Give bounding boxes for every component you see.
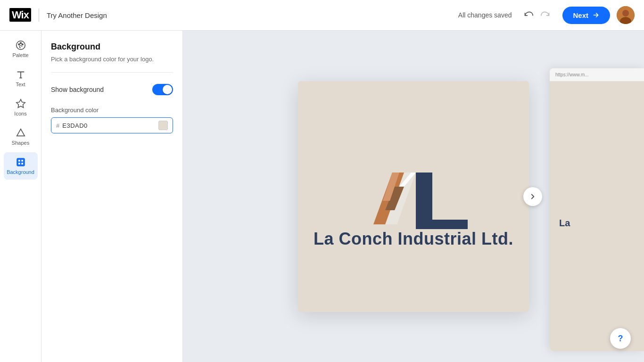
sidebar-item-background[interactable]: Background bbox=[4, 152, 38, 180]
background-icon bbox=[16, 157, 26, 167]
header-divider bbox=[39, 8, 39, 22]
sidebar-item-icons[interactable]: Icons bbox=[4, 94, 38, 121]
browser-url: https://www.m... bbox=[550, 68, 644, 82]
undo-button[interactable] bbox=[521, 8, 536, 23]
canvas-area: La Conch Industrial Ltd. https://www.m..… bbox=[183, 31, 644, 362]
panel-subtitle: Pick a background color for your logo. bbox=[51, 56, 173, 63]
logo-svg bbox=[343, 144, 489, 229]
svg-marker-7 bbox=[16, 99, 25, 107]
svg-point-5 bbox=[20, 42, 21, 44]
logo-graphic bbox=[343, 144, 484, 229]
wix-logo: Wix bbox=[9, 9, 31, 21]
try-another-design[interactable]: Try Another Design bbox=[47, 11, 107, 19]
palette-icon bbox=[16, 40, 26, 50]
color-section: Background color # E3DAD0 bbox=[51, 107, 173, 133]
icons-icon bbox=[16, 99, 26, 109]
svg-rect-10 bbox=[18, 160, 20, 162]
avatar[interactable] bbox=[617, 6, 635, 24]
next-button[interactable]: Next bbox=[562, 7, 610, 24]
palette-label: Palette bbox=[12, 52, 28, 58]
toggle-knob bbox=[163, 85, 172, 94]
main-content: Palette Text Icons Shapes bbox=[0, 31, 644, 362]
help-label: ? bbox=[618, 334, 623, 344]
show-background-toggle[interactable] bbox=[152, 84, 173, 95]
show-background-row: Show background bbox=[51, 84, 173, 95]
icon-sidebar: Palette Text Icons Shapes bbox=[0, 31, 41, 362]
right-preview: https://www.m... La bbox=[550, 68, 644, 351]
chevron-right-icon bbox=[528, 192, 537, 201]
svg-rect-11 bbox=[21, 160, 23, 162]
color-input-row[interactable]: # E3DAD0 bbox=[51, 117, 173, 133]
right-preview-content: La bbox=[550, 82, 644, 351]
next-preview-arrow[interactable] bbox=[523, 187, 542, 206]
right-preview-text: La bbox=[559, 218, 570, 229]
text-label: Text bbox=[16, 82, 25, 87]
color-value[interactable]: E3DAD0 bbox=[62, 122, 156, 129]
undo-redo-controls bbox=[521, 8, 553, 23]
svg-rect-15 bbox=[416, 220, 468, 229]
svg-point-4 bbox=[18, 44, 19, 45]
icons-label: Icons bbox=[14, 111, 26, 116]
svg-rect-12 bbox=[18, 163, 20, 165]
next-arrow-icon bbox=[592, 11, 600, 19]
company-name: La Conch Industrial Ltd. bbox=[314, 229, 513, 249]
svg-point-1 bbox=[622, 10, 629, 16]
text-icon bbox=[16, 69, 26, 80]
header: Wix Try Another Design All changes saved… bbox=[0, 0, 644, 31]
color-swatch[interactable] bbox=[158, 121, 168, 130]
panel-title: Background bbox=[51, 42, 173, 52]
sidebar-item-text[interactable]: Text bbox=[4, 65, 38, 92]
hash-symbol: # bbox=[56, 122, 59, 129]
next-label: Next bbox=[573, 11, 588, 19]
svg-rect-13 bbox=[21, 163, 23, 165]
show-background-label: Show background bbox=[51, 86, 104, 93]
help-button[interactable]: ? bbox=[610, 328, 631, 349]
background-label: Background bbox=[7, 169, 34, 175]
sidebar-item-shapes[interactable]: Shapes bbox=[4, 123, 38, 150]
shapes-label: Shapes bbox=[12, 140, 29, 146]
sidebar-item-palette[interactable]: Palette bbox=[4, 35, 38, 63]
background-panel: Background Pick a background color for y… bbox=[41, 31, 183, 362]
color-label: Background color bbox=[51, 107, 173, 114]
avatar-image bbox=[617, 6, 635, 24]
svg-point-6 bbox=[22, 44, 23, 45]
shapes-icon bbox=[16, 128, 26, 138]
redo-button[interactable] bbox=[538, 8, 553, 23]
saved-status: All changes saved bbox=[458, 11, 512, 19]
panel-divider bbox=[51, 72, 173, 73]
logo-preview-card: La Conch Industrial Ltd. bbox=[298, 81, 529, 312]
